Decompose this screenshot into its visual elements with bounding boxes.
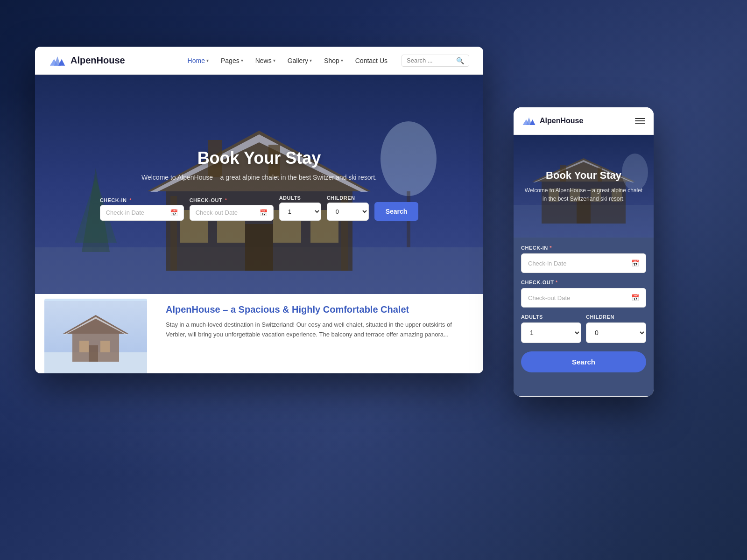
mobile-mockup: AlpenHouse: [514, 107, 654, 397]
desktop-nav-links: Home ▾ Pages ▾ News ▾ Gallery ▾ Shop ▾ C…: [183, 54, 392, 67]
mobile-search-button[interactable]: Search: [521, 351, 646, 372]
mobile-children-select[interactable]: 0 1 2: [586, 322, 646, 343]
desktop-logo[interactable]: AlpenHouse: [49, 52, 125, 69]
nav-gallery-chevron-icon: ▾: [310, 58, 312, 63]
mobile-nav: AlpenHouse: [514, 107, 654, 135]
chalet-thumb-svg: [44, 299, 147, 373]
children-group: CHILDREN 0 1 2 3: [327, 195, 369, 221]
nav-item-contact[interactable]: Contact Us: [351, 54, 392, 67]
mobile-adults-label: ADULTS: [521, 314, 581, 320]
mobile-hero: Book Your Stay Welcome to AlpenHouse – a…: [514, 135, 654, 238]
hamburger-line-2: [635, 120, 645, 121]
mobile-adults-select[interactable]: 1 2 3: [521, 322, 581, 343]
mobile-checkin-label: CHECK-IN *: [521, 245, 646, 251]
nav-home-chevron-icon: ▾: [206, 58, 209, 63]
mobile-hero-subtitle: Welcome to AlpenHouse – a great alpine c…: [523, 186, 644, 203]
mobile-menu-button[interactable]: [635, 118, 645, 124]
desktop-hero: Book Your Stay Welcome to AlpenHouse – a…: [35, 75, 483, 294]
checkin-label: CHECK-IN *: [100, 197, 184, 203]
hamburger-line-1: [635, 118, 645, 119]
nav-shop-chevron-icon: ▾: [341, 58, 343, 63]
mobile-logo-text: AlpenHouse: [540, 117, 583, 125]
calendar-checkout-icon: 📅: [260, 209, 268, 217]
desktop-bottom-title: AlpenHouse – a Spacious & Highly Comfort…: [166, 303, 474, 315]
desktop-bottom-text: AlpenHouse – a Spacious & Highly Comfort…: [156, 294, 483, 373]
nav-item-gallery[interactable]: Gallery ▾: [283, 54, 317, 67]
mobile-hero-content: Book Your Stay Welcome to AlpenHouse – a…: [514, 160, 654, 212]
checkout-label: CHECK-OUT *: [190, 197, 274, 203]
hero-background-image: [35, 75, 483, 294]
checkin-input[interactable]: Check-in Date 📅: [100, 205, 184, 221]
desktop-logo-text: AlpenHouse: [70, 55, 125, 66]
checkout-group: CHECK-OUT * Check-out Date 📅: [190, 197, 274, 221]
logo-mountain-icon: [49, 52, 66, 69]
svg-rect-27: [100, 341, 110, 352]
desktop-search-bar[interactable]: 🔍: [402, 55, 469, 67]
mobile-hero-title: Book Your Stay: [523, 169, 644, 182]
nav-item-news[interactable]: News ▾: [251, 54, 280, 67]
hamburger-line-3: [635, 123, 645, 124]
adults-label: ADULTS: [279, 195, 321, 201]
mobile-checkout-input[interactable]: Check-out Date 📅: [521, 288, 646, 308]
desktop-search-button[interactable]: Search: [374, 202, 419, 221]
mobile-checkin-placeholder: Check-in Date: [528, 260, 566, 267]
mobile-checkout-label: CHECK-OUT *: [521, 280, 646, 285]
mobile-logo-icon: [522, 114, 536, 128]
mobile-adults-children-row: ADULTS 1 2 3 CHILDREN 0 1 2: [521, 314, 646, 343]
desktop-bottom: AlpenHouse – a Spacious & Highly Comfort…: [35, 294, 483, 373]
nav-news-chevron-icon: ▾: [273, 58, 275, 63]
adults-select[interactable]: 1 2 3 4: [279, 203, 321, 221]
mobile-children-label: CHILDREN: [586, 314, 646, 320]
desktop-hero-content: Book Your Stay Welcome to AlpenHouse – a…: [141, 148, 377, 181]
mobile-scroll-content[interactable]: Book Your Stay Welcome to AlpenHouse – a…: [514, 135, 654, 396]
desktop-hero-subtitle: Welcome to AlpenHouse – a great alpine c…: [141, 174, 377, 181]
desktop-booking-form: CHECK-IN * Check-in Date 📅 CHECK-OUT * C…: [100, 195, 419, 221]
checkout-input[interactable]: Check-out Date 📅: [190, 205, 274, 221]
mobile-form-area: CHECK-IN * Check-in Date 📅 CHECK-OUT * C…: [514, 238, 654, 380]
mobile-calendar-checkout-icon: 📅: [631, 294, 639, 301]
desktop-nav: AlpenHouse Home ▾ Pages ▾ News ▾ Gallery…: [35, 47, 483, 75]
chalet-thumbnail: [44, 299, 147, 373]
calendar-icon: 📅: [170, 209, 178, 217]
search-icon[interactable]: 🔍: [456, 57, 464, 64]
mobile-checkin-input[interactable]: Check-in Date 📅: [521, 253, 646, 273]
desktop-mockup: AlpenHouse Home ▾ Pages ▾ News ▾ Gallery…: [35, 47, 483, 373]
nav-item-shop[interactable]: Shop ▾: [319, 54, 348, 67]
mobile-children-col: CHILDREN 0 1 2: [586, 314, 646, 343]
hero-chalet-svg: [35, 75, 483, 294]
mobile-adults-col: ADULTS 1 2 3: [521, 314, 581, 343]
nav-pages-chevron-icon: ▾: [241, 58, 243, 63]
nav-item-pages[interactable]: Pages ▾: [216, 54, 248, 67]
svg-rect-14: [245, 224, 273, 271]
svg-rect-28: [89, 345, 98, 362]
adults-group: ADULTS 1 2 3 4: [279, 195, 321, 221]
children-select[interactable]: 0 1 2 3: [327, 203, 369, 221]
mobile-calendar-checkin-icon: 📅: [631, 259, 639, 267]
desktop-bottom-description: Stay in a much-loved destination in Swit…: [166, 320, 474, 340]
checkin-group: CHECK-IN * Check-in Date 📅: [100, 197, 184, 221]
chalet-thumb-image: [44, 299, 147, 373]
svg-rect-26: [79, 341, 89, 352]
desktop-hero-title: Book Your Stay: [141, 148, 377, 168]
children-label: CHILDREN: [327, 195, 369, 201]
svg-point-17: [381, 121, 437, 196]
mobile-checkout-placeholder: Check-out Date: [528, 294, 570, 301]
nav-item-home[interactable]: Home ▾: [183, 54, 213, 67]
desktop-search-input[interactable]: [407, 57, 453, 64]
mobile-logo[interactable]: AlpenHouse: [522, 114, 583, 128]
